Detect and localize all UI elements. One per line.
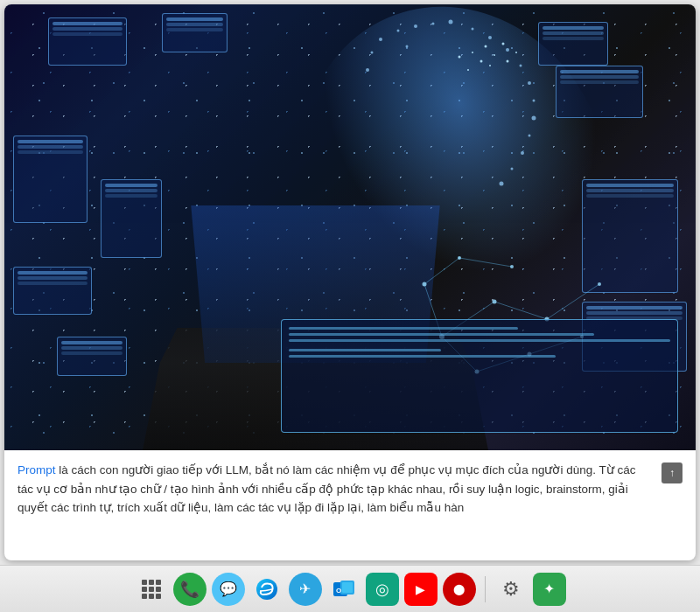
svg-point-45 — [489, 65, 491, 66]
article-body: Prompt là cách con người giao tiếp với L… — [18, 461, 654, 518]
svg-point-10 — [493, 300, 497, 304]
holo-line-4 — [289, 349, 441, 351]
svg-point-17 — [458, 256, 461, 260]
svg-line-7 — [424, 258, 459, 284]
svg-point-23 — [449, 20, 453, 24]
taskbar-youtube[interactable]: ▶ — [404, 573, 438, 606]
taskbar-telegram[interactable]: ✈ — [289, 573, 322, 606]
svg-point-22 — [432, 23, 435, 25]
svg-point-37 — [406, 45, 409, 48]
svg-point-20 — [397, 30, 400, 32]
taskbar-camera[interactable]: ⬤ — [443, 573, 476, 606]
svg-point-36 — [366, 68, 369, 72]
taskbar-phone[interactable]: 📞 — [173, 573, 206, 606]
svg-text:O: O — [336, 587, 341, 595]
svg-rect-51 — [342, 582, 353, 593]
article-text-section: Prompt là cách con người giao tiếp với L… — [4, 450, 696, 526]
holo-line-1 — [289, 327, 518, 330]
svg-point-16 — [423, 282, 427, 287]
svg-point-24 — [472, 28, 474, 31]
taskbar-edge[interactable] — [250, 573, 284, 606]
app-grid-icon — [142, 580, 161, 599]
svg-point-40 — [480, 60, 483, 63]
taskbar-settings[interactable]: ⚙ — [494, 573, 528, 606]
taskbar-green-app[interactable]: ✦ — [533, 573, 566, 606]
holo-line-3 — [289, 339, 670, 342]
svg-line-8 — [459, 258, 512, 267]
content-area: Prompt là cách con người giao tiếp với L… — [4, 4, 696, 560]
taskbar-outlook[interactable]: O — [327, 573, 360, 606]
svg-point-21 — [414, 24, 417, 28]
chat-icon: 💬 — [220, 581, 237, 597]
youtube-icon: ▶ — [416, 582, 425, 596]
telegram-icon: ✈ — [299, 581, 311, 597]
svg-point-19 — [379, 38, 382, 41]
svg-point-34 — [500, 182, 504, 186]
holo-line-5 — [289, 355, 556, 358]
svg-line-1 — [494, 302, 547, 319]
svg-line-2 — [547, 284, 599, 319]
camera-icon: ⬤ — [453, 583, 465, 595]
svg-point-46 — [507, 60, 509, 63]
svg-point-33 — [511, 168, 514, 170]
svg-point-38 — [458, 56, 461, 59]
green-app-icon: ✦ — [543, 581, 555, 597]
scroll-up-button[interactable]: ↑ — [662, 462, 682, 483]
settings-icon: ⚙ — [502, 578, 520, 601]
openai-icon: ◎ — [375, 580, 389, 599]
taskbar: 📞 💬 ✈ O ◎ — [0, 565, 700, 612]
svg-point-35 — [371, 52, 374, 54]
outlook-icon: O — [332, 577, 356, 602]
hero-image — [4, 4, 696, 450]
svg-point-25 — [488, 36, 492, 39]
svg-point-27 — [520, 65, 522, 67]
svg-point-18 — [510, 265, 514, 268]
phone-icon: 📞 — [180, 580, 200, 599]
svg-point-31 — [528, 135, 531, 137]
svg-point-42 — [485, 45, 487, 48]
taskbar-chat[interactable]: 💬 — [212, 573, 245, 606]
svg-point-12 — [598, 282, 601, 286]
svg-point-26 — [506, 48, 509, 52]
prompt-label[interactable]: Prompt — [18, 463, 56, 476]
svg-point-30 — [532, 116, 536, 121]
holo-line-2 — [289, 333, 594, 336]
article-body-text: là cách con người giao tiếp với LLM, bắt… — [18, 463, 636, 514]
svg-point-44 — [502, 43, 505, 45]
svg-point-39 — [472, 52, 473, 53]
front-holo-display — [281, 319, 678, 433]
taskbar-openai[interactable]: ◎ — [366, 573, 399, 606]
svg-point-29 — [533, 100, 536, 102]
svg-point-47 — [515, 52, 517, 53]
svg-point-43 — [494, 54, 495, 56]
browser-window: Prompt là cách con người giao tiếp với L… — [4, 4, 696, 560]
svg-point-48 — [256, 579, 277, 600]
scroll-up-arrow: ↑ — [669, 467, 675, 479]
svg-point-32 — [521, 151, 524, 155]
taskbar-separator — [485, 576, 486, 602]
svg-point-28 — [528, 81, 531, 85]
edge-icon — [255, 577, 279, 602]
taskbar-app-grid[interactable] — [135, 573, 168, 606]
svg-point-41 — [467, 69, 469, 71]
